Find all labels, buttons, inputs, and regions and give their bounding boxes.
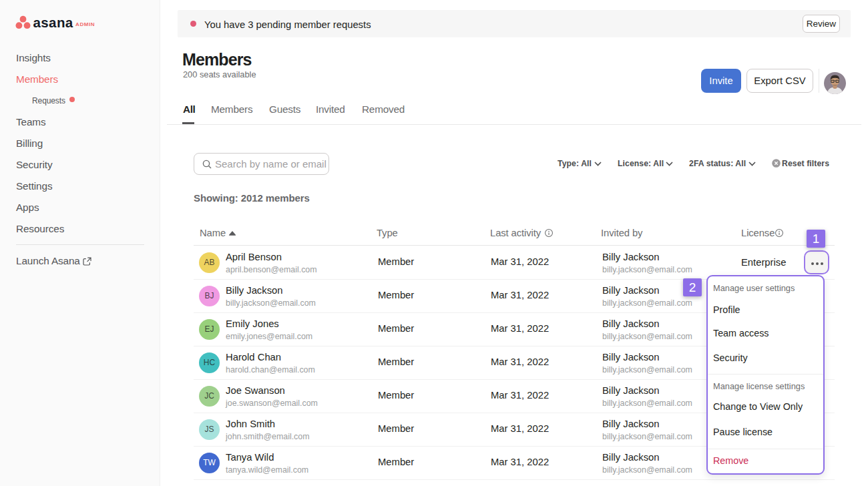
svg-text:ADMIN: ADMIN [75,21,95,27]
svg-text:asana: asana [33,15,73,30]
